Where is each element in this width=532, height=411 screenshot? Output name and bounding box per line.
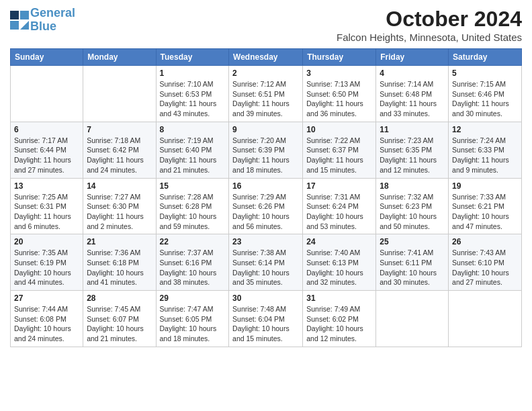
day-info: Sunrise: 7:32 AMSunset: 6:23 PMDaylight:… (380, 192, 445, 232)
day-number: 29 (160, 293, 226, 303)
calendar-week-3: 13Sunrise: 7:25 AMSunset: 6:31 PMDayligh… (11, 178, 522, 234)
day-info: Sunrise: 7:27 AMSunset: 6:30 PMDaylight:… (87, 192, 152, 232)
calendar-cell: 11Sunrise: 7:23 AMSunset: 6:35 PMDayligh… (376, 122, 449, 178)
svg-rect-1 (20, 11, 29, 19)
day-info: Sunrise: 7:47 AMSunset: 6:05 PMDaylight:… (160, 304, 226, 344)
day-info: Sunrise: 7:17 AMSunset: 6:44 PMDaylight:… (14, 136, 79, 175)
day-number: 17 (306, 181, 372, 191)
day-number: 30 (232, 293, 299, 303)
calendar-cell (376, 291, 449, 347)
calendar-cell: 1Sunrise: 7:10 AMSunset: 6:53 PMDaylight… (156, 66, 229, 122)
day-number: 26 (452, 237, 518, 246)
day-info: Sunrise: 7:33 AMSunset: 6:21 PMDaylight:… (452, 192, 518, 232)
day-info: Sunrise: 7:44 AMSunset: 6:08 PMDaylight:… (14, 304, 79, 344)
day-info: Sunrise: 7:36 AMSunset: 6:18 PMDaylight:… (87, 248, 152, 287)
calendar-cell: 18Sunrise: 7:32 AMSunset: 6:23 PMDayligh… (376, 178, 449, 234)
calendar-cell: 31Sunrise: 7:49 AMSunset: 6:02 PMDayligh… (303, 291, 376, 347)
svg-marker-3 (20, 21, 29, 30)
day-info: Sunrise: 7:19 AMSunset: 6:40 PMDaylight:… (160, 136, 226, 175)
day-info: Sunrise: 7:22 AMSunset: 6:37 PMDaylight:… (306, 136, 372, 175)
calendar-cell: 23Sunrise: 7:38 AMSunset: 6:14 PMDayligh… (229, 234, 303, 291)
day-info: Sunrise: 7:12 AMSunset: 6:51 PMDaylight:… (232, 79, 299, 119)
calendar-cell: 28Sunrise: 7:45 AMSunset: 6:07 PMDayligh… (83, 291, 156, 347)
day-number: 22 (160, 237, 226, 246)
day-info: Sunrise: 7:10 AMSunset: 6:53 PMDaylight:… (160, 79, 226, 119)
calendar-week-1: 1Sunrise: 7:10 AMSunset: 6:53 PMDaylight… (11, 66, 522, 122)
calendar-cell: 5Sunrise: 7:15 AMSunset: 6:46 PMDaylight… (449, 66, 522, 122)
day-number: 6 (14, 125, 79, 134)
day-info: Sunrise: 7:28 AMSunset: 6:28 PMDaylight:… (160, 192, 226, 232)
calendar-week-4: 20Sunrise: 7:35 AMSunset: 6:19 PMDayligh… (11, 234, 522, 291)
logo-icon (10, 11, 29, 30)
day-info: Sunrise: 7:23 AMSunset: 6:35 PMDaylight:… (380, 136, 445, 175)
calendar-table: Sunday Monday Tuesday Wednesday Thursday… (10, 48, 522, 347)
day-number: 23 (232, 237, 299, 246)
day-number: 2 (232, 68, 299, 78)
calendar-cell: 17Sunrise: 7:31 AMSunset: 6:24 PMDayligh… (303, 178, 376, 234)
day-number: 24 (306, 237, 372, 246)
calendar-cell: 22Sunrise: 7:37 AMSunset: 6:16 PMDayligh… (156, 234, 229, 291)
calendar-cell: 25Sunrise: 7:41 AMSunset: 6:11 PMDayligh… (376, 234, 449, 291)
calendar-cell: 4Sunrise: 7:14 AMSunset: 6:48 PMDaylight… (376, 66, 449, 122)
day-number: 16 (232, 181, 299, 191)
calendar-header-row: Sunday Monday Tuesday Wednesday Thursday… (11, 49, 522, 66)
day-number: 9 (232, 125, 299, 134)
page-title: October 2024 (337, 7, 522, 32)
calendar-cell: 13Sunrise: 7:25 AMSunset: 6:31 PMDayligh… (11, 178, 83, 234)
day-info: Sunrise: 7:31 AMSunset: 6:24 PMDaylight:… (306, 192, 372, 232)
calendar-cell: 10Sunrise: 7:22 AMSunset: 6:37 PMDayligh… (303, 122, 376, 178)
day-number: 31 (306, 293, 372, 303)
calendar-cell: 20Sunrise: 7:35 AMSunset: 6:19 PMDayligh… (11, 234, 83, 291)
calendar-cell: 29Sunrise: 7:47 AMSunset: 6:05 PMDayligh… (156, 291, 229, 347)
calendar-cell (83, 66, 156, 122)
day-number: 7 (87, 125, 152, 134)
day-number: 1 (160, 68, 226, 78)
day-info: Sunrise: 7:45 AMSunset: 6:07 PMDaylight:… (87, 304, 152, 344)
day-number: 28 (87, 293, 152, 303)
day-number: 25 (380, 237, 445, 246)
calendar-cell: 27Sunrise: 7:44 AMSunset: 6:08 PMDayligh… (11, 291, 83, 347)
day-info: Sunrise: 7:43 AMSunset: 6:10 PMDaylight:… (452, 248, 518, 287)
day-info: Sunrise: 7:38 AMSunset: 6:14 PMDaylight:… (232, 248, 299, 287)
col-friday: Friday (376, 49, 449, 66)
day-info: Sunrise: 7:24 AMSunset: 6:33 PMDaylight:… (452, 136, 518, 175)
day-number: 10 (306, 125, 372, 134)
calendar-cell: 30Sunrise: 7:48 AMSunset: 6:04 PMDayligh… (229, 291, 303, 347)
day-number: 11 (380, 125, 445, 134)
day-number: 4 (380, 68, 445, 78)
calendar-cell: 19Sunrise: 7:33 AMSunset: 6:21 PMDayligh… (449, 178, 522, 234)
day-info: Sunrise: 7:13 AMSunset: 6:50 PMDaylight:… (306, 79, 372, 119)
calendar-cell: 24Sunrise: 7:40 AMSunset: 6:13 PMDayligh… (303, 234, 376, 291)
day-number: 12 (452, 125, 518, 134)
day-info: Sunrise: 7:20 AMSunset: 6:39 PMDaylight:… (232, 136, 299, 175)
title-block: October 2024 Falcon Heights, Minnesota, … (337, 7, 522, 43)
calendar-cell: 21Sunrise: 7:36 AMSunset: 6:18 PMDayligh… (83, 234, 156, 291)
calendar-cell (449, 291, 522, 347)
calendar-week-2: 6Sunrise: 7:17 AMSunset: 6:44 PMDaylight… (11, 122, 522, 178)
day-number: 18 (380, 181, 445, 191)
day-number: 13 (14, 181, 79, 191)
day-info: Sunrise: 7:48 AMSunset: 6:04 PMDaylight:… (232, 304, 299, 344)
col-wednesday: Wednesday (229, 49, 303, 66)
calendar-cell: 14Sunrise: 7:27 AMSunset: 6:30 PMDayligh… (83, 178, 156, 234)
day-number: 19 (452, 181, 518, 191)
header: General Blue October 2024 Falcon Heights… (10, 7, 522, 43)
svg-rect-2 (10, 21, 19, 30)
calendar-cell (11, 66, 83, 122)
calendar-cell: 2Sunrise: 7:12 AMSunset: 6:51 PMDaylight… (229, 66, 303, 122)
logo-text: General Blue (30, 7, 75, 34)
calendar-cell: 8Sunrise: 7:19 AMSunset: 6:40 PMDaylight… (156, 122, 229, 178)
svg-rect-0 (10, 11, 19, 19)
day-info: Sunrise: 7:29 AMSunset: 6:26 PMDaylight:… (232, 192, 299, 232)
day-info: Sunrise: 7:35 AMSunset: 6:19 PMDaylight:… (14, 248, 79, 287)
logo: General Blue (10, 7, 75, 34)
day-number: 3 (306, 68, 372, 78)
day-info: Sunrise: 7:40 AMSunset: 6:13 PMDaylight:… (306, 248, 372, 287)
col-thursday: Thursday (303, 49, 376, 66)
calendar-cell: 9Sunrise: 7:20 AMSunset: 6:39 PMDaylight… (229, 122, 303, 178)
day-info: Sunrise: 7:18 AMSunset: 6:42 PMDaylight:… (87, 136, 152, 175)
calendar-cell: 3Sunrise: 7:13 AMSunset: 6:50 PMDaylight… (303, 66, 376, 122)
day-info: Sunrise: 7:49 AMSunset: 6:02 PMDaylight:… (306, 304, 372, 344)
day-number: 21 (87, 237, 152, 246)
col-tuesday: Tuesday (156, 49, 229, 66)
